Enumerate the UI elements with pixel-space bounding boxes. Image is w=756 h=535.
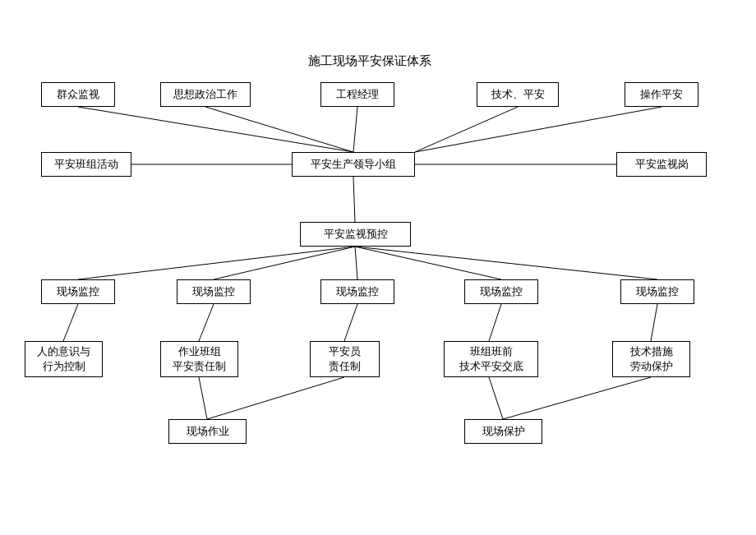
svg-line-3: [415, 107, 518, 152]
box-tech-labor-protection: 技术措施劳动保护: [612, 341, 690, 377]
svg-line-21: [503, 377, 651, 419]
box-preshift-briefing: 班组班前技术平安交底: [444, 341, 538, 377]
svg-line-0: [78, 107, 353, 152]
diagram-title: 施工现场平安保证体系: [279, 49, 460, 72]
svg-line-15: [344, 304, 357, 341]
svg-line-10: [355, 247, 357, 279]
svg-line-20: [489, 377, 503, 419]
box-safety-officer: 平安员责任制: [310, 341, 380, 377]
box-site-protection: 现场保护: [464, 419, 542, 444]
box-site-monitoring-3: 现场监控: [320, 279, 394, 304]
box-project-manager: 工程经理: [320, 82, 394, 107]
svg-line-4: [415, 107, 662, 152]
box-operation-safety: 操作平安: [625, 82, 698, 107]
svg-line-17: [651, 304, 657, 341]
box-site-monitoring-5: 现场监控: [620, 279, 694, 304]
box-safety-monitoring-control: 平安监视预控: [300, 222, 411, 247]
box-site-monitoring-2: 现场监控: [177, 279, 251, 304]
connection-lines: [0, 0, 756, 535]
box-safety-leadership-group: 平安生产领导小组: [292, 152, 415, 177]
box-mass-supervision: 群众监视: [41, 82, 115, 107]
box-safety-watch-post: 平安监视岗: [616, 152, 707, 177]
svg-line-1: [205, 107, 353, 152]
diagram-container: 施工现场平安保证体系 群众监视 思想政治工作 工程经理 技术、平安 操作平安 平…: [0, 0, 756, 535]
box-site-monitoring-1: 现场监控: [41, 279, 115, 304]
svg-line-18: [199, 377, 207, 419]
svg-line-12: [355, 247, 657, 279]
svg-line-9: [214, 247, 355, 279]
svg-line-2: [353, 107, 357, 152]
svg-line-13: [63, 304, 78, 341]
svg-line-11: [355, 247, 501, 279]
svg-line-19: [207, 377, 344, 419]
box-workteam-responsibility: 作业班组平安责任制: [160, 341, 238, 377]
svg-line-8: [78, 247, 355, 279]
box-site-monitoring-4: 现场监控: [464, 279, 538, 304]
box-safety-team-activity: 平安班组活动: [41, 152, 131, 177]
svg-line-16: [489, 304, 501, 341]
svg-line-7: [353, 177, 355, 222]
svg-line-14: [199, 304, 214, 341]
box-site-operation: 现场作业: [168, 419, 247, 444]
box-political-work: 思想政治工作: [160, 82, 251, 107]
box-tech-safety: 技术、平安: [477, 82, 559, 107]
box-awareness-behavior: 人的意识与行为控制: [25, 341, 103, 377]
